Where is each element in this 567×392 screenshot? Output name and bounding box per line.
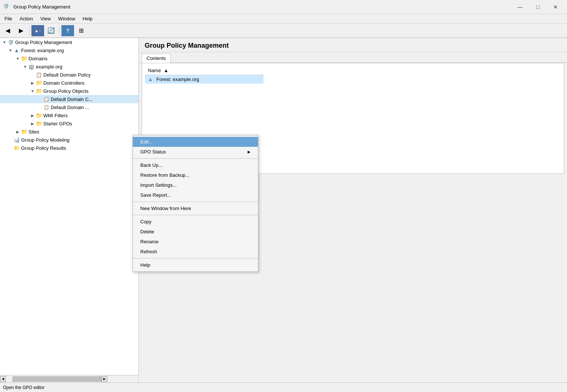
ctx-delete[interactable]: Delete: [133, 227, 258, 237]
wmi-folder-icon: 📁: [36, 112, 42, 119]
ctx-import-label: Import Settings...: [140, 182, 177, 188]
tree-exampleorg-label: example.org: [36, 64, 63, 70]
tree-domains[interactable]: 📁 Domains: [0, 54, 138, 62]
gpm-icon: 🛡️: [7, 39, 14, 45]
tree-root-label: Group Policy Management: [15, 40, 72, 45]
menu-help[interactable]: Help: [80, 15, 95, 23]
tree-ddc-label: Default Domain C...: [51, 97, 93, 102]
toolbar-sep-2: [59, 26, 60, 35]
tree-ddp-label: Default Domain Policy: [43, 72, 91, 78]
ctx-refresh-label: Refresh: [140, 249, 157, 254]
row-icon: ▲: [148, 77, 153, 82]
ctx-gpo-status-label: GPO Status: [140, 149, 166, 155]
tree-arrow-domains: [15, 55, 21, 61]
sort-arrow-icon: ▲: [164, 68, 168, 73]
tree-gp-modeling[interactable]: 📊 Group Policy Modeling: [0, 136, 138, 144]
back-button[interactable]: ◀: [1, 25, 14, 36]
ctx-save-report[interactable]: Save Report...: [133, 190, 258, 200]
status-text: Open the GPO editor: [3, 385, 45, 390]
tree-default-domain-2[interactable]: 📋 Default Domain ...: [0, 103, 138, 111]
scroll-left-button[interactable]: ◀: [0, 376, 6, 382]
tree-modeling-label: Group Policy Modeling: [21, 137, 70, 143]
tree-default-domain-policy[interactable]: 📋 Default Domain Policy: [0, 71, 138, 79]
scroll-right-button[interactable]: ▶: [101, 376, 107, 382]
toolbar: ◀ ▶ ▲─ 🔄 ? ⊞: [0, 24, 567, 38]
ctx-help[interactable]: Help: [133, 260, 258, 270]
tree-sites[interactable]: 📁 Sites: [0, 128, 138, 136]
tree-gp-results[interactable]: 📁 Group Policy Results: [0, 144, 138, 152]
contents-table: Name ▲ ▲ Forest: example.org: [145, 66, 264, 84]
ctx-help-label: Help: [140, 262, 150, 268]
tree-wmi-filters[interactable]: 📁 WMI Filters: [0, 111, 138, 119]
domain-icon: 🏢: [28, 63, 35, 70]
forest-icon: ▲: [13, 47, 20, 54]
tree-wmi-label: WMI Filters: [43, 113, 68, 118]
app-icon: 🛡️: [3, 3, 10, 11]
menu-view[interactable]: View: [37, 15, 54, 23]
row-name: Forest: example.org: [157, 77, 199, 82]
ctx-new-window[interactable]: New Window from Here: [133, 203, 258, 213]
console-button[interactable]: ⊞: [75, 25, 87, 36]
up-button[interactable]: ▲─: [31, 25, 44, 36]
tree-domain-controllers[interactable]: 📁 Domain Controllers: [0, 79, 138, 87]
scroll-thumb[interactable]: [13, 376, 101, 382]
col-name-header[interactable]: Name ▲: [145, 66, 264, 75]
ctx-sep-1: [133, 158, 258, 159]
tree-arrow-sgpos: [30, 121, 36, 126]
ctx-refresh[interactable]: Refresh: [133, 247, 258, 257]
window-title: Group Policy Management: [13, 4, 70, 10]
ctx-edit-label: Edit...: [140, 139, 152, 145]
ctx-edit[interactable]: Edit...: [133, 137, 258, 147]
ctx-backup[interactable]: Back Up...: [133, 160, 258, 170]
menu-window[interactable]: Window: [55, 15, 78, 23]
ctx-new-window-label: New Window from Here: [140, 206, 191, 211]
refresh-button[interactable]: 🔄: [45, 25, 57, 36]
domains-icon: 📁: [21, 55, 27, 62]
tree-arrow-forest: [7, 47, 13, 53]
horizontal-scrollbar[interactable]: ◀ ▶: [0, 375, 139, 382]
ctx-sep-2: [133, 202, 258, 202]
tree-starter-gpos[interactable]: 📁 Starter GPOs: [0, 119, 138, 128]
context-menu: Edit... GPO Status ▶ Back Up... Restore …: [132, 135, 258, 272]
ctx-copy-label: Copy: [140, 219, 151, 224]
forward-button[interactable]: ▶: [15, 25, 27, 36]
tree-starter-gpos-label: Starter GPOs: [43, 121, 72, 126]
ctx-gpo-status[interactable]: GPO Status ▶: [133, 147, 258, 157]
tree-gpo-folder[interactable]: 📁 Group Policy Objects: [0, 87, 138, 95]
tab-contents[interactable]: Contents: [142, 54, 171, 63]
tree-arrow-dc: [30, 80, 36, 86]
tree-root[interactable]: 🛡️ Group Policy Management: [0, 38, 138, 46]
tree-gpo-folder-label: Group Policy Objects: [43, 88, 88, 94]
tree-default-domain-c[interactable]: 📋 Default Domain C...: [0, 95, 138, 103]
tree-dd2-label: Default Domain ...: [51, 105, 89, 110]
main-area: 🛡️ Group Policy Management ▲ Forest: exa…: [0, 38, 567, 382]
tree-arrow-gpo: [30, 88, 36, 94]
ctx-rename[interactable]: Rename: [133, 237, 258, 247]
ctx-copy[interactable]: Copy: [133, 217, 258, 227]
gpo-icon-2: 📋: [43, 104, 50, 111]
menu-action[interactable]: Action: [17, 15, 36, 23]
tree-exampleorg[interactable]: 🏢 example.org: [0, 62, 138, 71]
ctx-restore[interactable]: Restore from Backup...: [133, 170, 258, 180]
maximize-button[interactable]: □: [529, 1, 546, 13]
gpo-icon-1: 📋: [43, 96, 50, 102]
tree-forest[interactable]: ▲ Forest: example.org: [0, 46, 138, 54]
ctx-gpo-status-arrow: ▶: [248, 150, 251, 154]
gpo-folder-icon: 📁: [36, 88, 42, 94]
ctx-import[interactable]: Import Settings...: [133, 180, 258, 190]
right-pane-title: Group Policy Management: [139, 38, 567, 52]
ctx-sep-4: [133, 258, 258, 258]
help-button[interactable]: ?: [61, 25, 74, 36]
tree-domains-label: Domains: [28, 56, 47, 61]
menu-file[interactable]: File: [1, 15, 15, 23]
tree-sites-label: Sites: [28, 129, 39, 135]
table-row[interactable]: ▲ Forest: example.org: [145, 75, 264, 84]
tree-forest-label: Forest: example.org: [21, 48, 64, 53]
close-button[interactable]: ✕: [547, 1, 564, 13]
title-bar: 🛡️ Group Policy Management — □ ✕: [0, 0, 567, 14]
toolbar-sep-1: [29, 26, 30, 35]
results-icon: 📁: [13, 145, 20, 151]
tree-results-label: Group Policy Results: [21, 145, 66, 151]
tree-arrow-root: [1, 39, 7, 45]
minimize-button[interactable]: —: [511, 1, 529, 13]
